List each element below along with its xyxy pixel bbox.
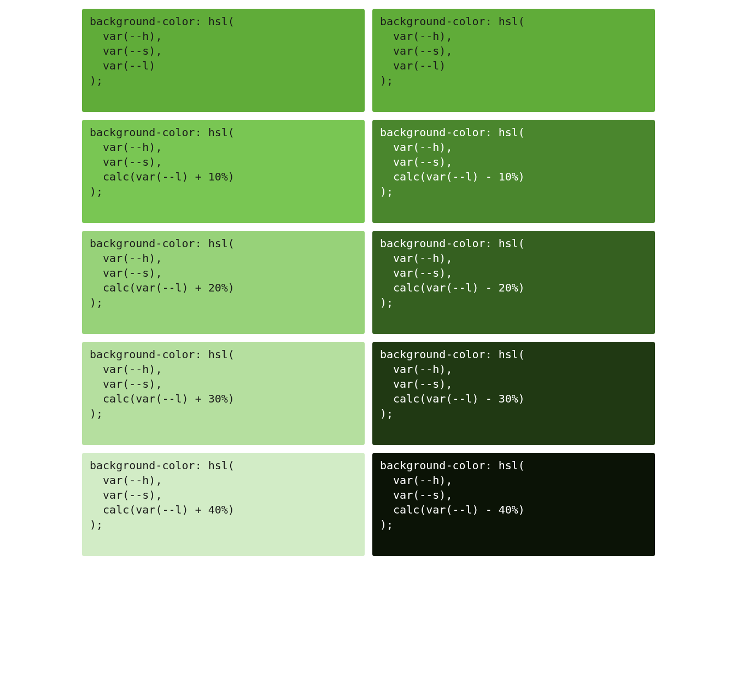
swatch-lighter-30: background-color: hsl( var(--h), var(--s… [82,342,365,445]
swatch-base-left: background-color: hsl( var(--h), var(--s… [82,9,365,112]
swatch-darker-30: background-color: hsl( var(--h), var(--s… [372,342,655,445]
swatch-lighter-40: background-color: hsl( var(--h), var(--s… [82,453,365,556]
swatch-darker-40: background-color: hsl( var(--h), var(--s… [372,453,655,556]
swatch-lighter-20: background-color: hsl( var(--h), var(--s… [82,231,365,334]
swatch-darker-10: background-color: hsl( var(--h), var(--s… [372,120,655,223]
swatch-base-right: background-color: hsl( var(--h), var(--s… [372,9,655,112]
swatch-darker-20: background-color: hsl( var(--h), var(--s… [372,231,655,334]
swatch-grid: background-color: hsl( var(--h), var(--s… [82,9,655,556]
swatch-lighter-10: background-color: hsl( var(--h), var(--s… [82,120,365,223]
